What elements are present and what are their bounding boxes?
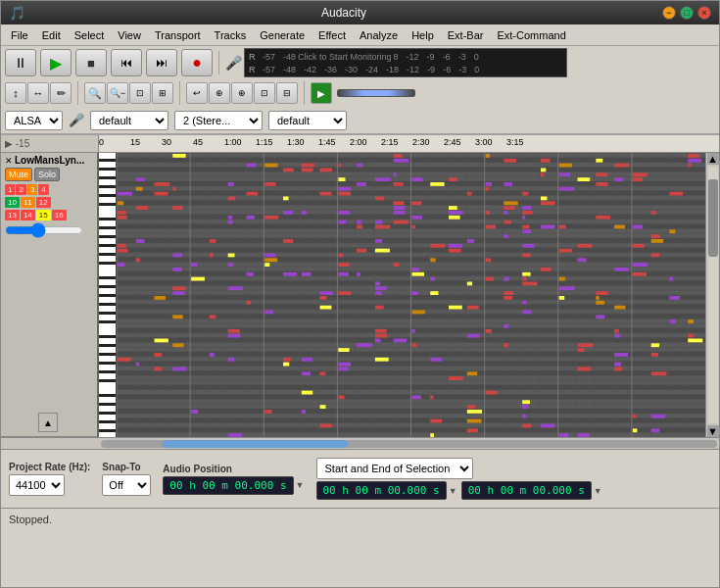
scroll-down-arrow[interactable]: ▼ <box>707 425 719 437</box>
selection-positions: 00 h 00 m 00.000 s ▼ 00 h 00 m 00.000 s … <box>316 481 602 500</box>
scroll-up-arrow[interactable]: ▲ <box>707 153 719 165</box>
position3-down-arrow[interactable]: ▼ <box>594 486 602 496</box>
stop-button[interactable]: ■ <box>75 49 107 76</box>
menu-analyze[interactable]: Analyze <box>354 27 404 43</box>
midi-note-canvas[interactable] <box>117 153 705 437</box>
record-button[interactable]: ● <box>181 49 213 76</box>
tool-extra-2[interactable]: ⊕ <box>209 82 230 104</box>
scroll-up-button[interactable]: ▲ <box>38 413 58 432</box>
project-rate-select[interactable]: 44100 22050 48000 <box>9 474 65 496</box>
menu-generate[interactable]: Generate <box>254 27 311 43</box>
channel-btn-4[interactable]: 4 <box>38 184 48 195</box>
tool-extra-4[interactable]: ⊡ <box>254 82 275 104</box>
status-bar: Stopped. <box>1 508 719 529</box>
tool-extra-3[interactable]: ⊕ <box>231 82 253 104</box>
main-content-area: ✕ LowMansLyn... Mute Solo 1 2 3 4 10 11 … <box>1 153 719 437</box>
audio-position-display: 00 h 00 m 00.000 s ▼ <box>163 476 304 495</box>
channel-btn-13[interactable]: 13 <box>5 210 20 220</box>
snap-to-label: Snap-To <box>102 462 151 472</box>
menu-edit[interactable]: Edit <box>36 27 67 43</box>
draw-tool-button[interactable]: ✏ <box>50 82 72 104</box>
project-rate-control: 44100 22050 48000 <box>9 474 90 496</box>
scroll-thumb[interactable] <box>708 179 718 257</box>
audio-position-group: Audio Position 00 h 00 m 00.000 s ▼ <box>163 464 304 495</box>
tools-divider-1 <box>77 81 78 105</box>
transport-toolbar: ⏸ ▶ ■ ⏮ ⏭ ● 🎤 R -57-48 <box>1 46 719 79</box>
minimize-button[interactable]: − <box>662 6 676 20</box>
output-device-select[interactable]: default <box>268 111 347 130</box>
snap-to-select[interactable]: Off On <box>102 474 151 496</box>
playback-tool-1[interactable]: ▶ <box>311 82 332 104</box>
track-volume-slider[interactable] <box>5 224 83 236</box>
maximize-button[interactable]: □ <box>680 6 694 20</box>
mute-button[interactable]: Mute <box>5 168 32 181</box>
ruler-mark-300: 3:00 <box>475 137 493 147</box>
ruler-indicator: ▶ -15 <box>5 138 29 149</box>
playback-slider[interactable] <box>337 89 415 97</box>
tool-extra-5[interactable]: ⊟ <box>276 82 298 104</box>
channel-btn-15[interactable]: 15 <box>36 210 51 220</box>
skip-back-button[interactable]: ⏮ <box>111 49 142 76</box>
channel-btn-14[interactable]: 14 <box>21 210 35 220</box>
position-lcd-1: 00 h 00 m 00.000 s <box>163 476 293 495</box>
ruler-scale[interactable]: 0 15 30 45 1:00 1:15 1:30 1:45 2:00 2:15… <box>99 135 719 152</box>
zoom-in-button[interactable]: 🔍 <box>84 82 106 104</box>
channel-btn-2[interactable]: 2 <box>16 184 25 195</box>
channel-btn-12[interactable]: 12 <box>36 197 51 208</box>
midi-channel-buttons: 1 2 3 4 <box>5 184 93 195</box>
audio-host-select[interactable]: ALSA <box>5 111 63 130</box>
input-device-select[interactable]: default <box>90 111 168 130</box>
menu-bar: File Edit Select View Transport Tracks G… <box>1 24 719 46</box>
mic-icon[interactable]: 🎤 <box>225 55 242 71</box>
channel-btn-1[interactable]: 1 <box>5 184 15 195</box>
channel-btn-11[interactable]: 11 <box>21 197 35 208</box>
channel-btn-16[interactable]: 16 <box>52 210 67 220</box>
play-button[interactable]: ▶ <box>40 49 72 76</box>
menu-view[interactable]: View <box>112 27 147 43</box>
zoom-select-button[interactable]: ⊞ <box>152 82 173 104</box>
menu-help[interactable]: Help <box>406 27 440 43</box>
playback-tools: ▶ <box>311 82 419 104</box>
timeline-ruler: ▶ -15 0 15 30 45 1:00 1:15 1:30 1:45 2:0… <box>1 135 719 153</box>
tool-extra-1[interactable]: ↩ <box>186 82 208 104</box>
toolbar-divider-1 <box>218 51 219 74</box>
zoom-fit-button[interactable]: ⊡ <box>129 82 151 104</box>
vertical-scrollbar[interactable]: ▲ ▼ <box>705 153 719 437</box>
selection-type-select[interactable]: Start and End of Selection Start and Len… <box>316 458 473 479</box>
menu-file[interactable]: File <box>5 27 34 43</box>
midi-area <box>99 153 705 437</box>
ruler-mark-45: 45 <box>193 137 203 147</box>
solo-button[interactable]: Solo <box>34 168 60 181</box>
vu-scale-bottom: -57-48-42-36-30-24-18-12-9-6-30 <box>263 65 479 74</box>
audio-position-label: Audio Position <box>163 464 304 474</box>
channel-btn-10[interactable]: 10 <box>5 197 20 208</box>
vu-scale-right: 8-12-9-6-30 <box>394 52 479 62</box>
position-down-arrow[interactable]: ▼ <box>296 480 305 490</box>
pause-button[interactable]: ⏸ <box>5 49 36 76</box>
track-close-button[interactable]: ✕ <box>5 156 13 166</box>
select-tool-button[interactable]: ↕ <box>5 82 26 104</box>
menu-extcommand[interactable]: Ext-Command <box>491 27 571 43</box>
track-name: LowMansLyn... <box>15 155 84 166</box>
channel-btn-3[interactable]: 3 <box>27 184 37 195</box>
horizontal-scrollbar[interactable] <box>1 437 719 449</box>
tools-divider-2 <box>179 81 180 105</box>
menu-select[interactable]: Select <box>69 27 111 43</box>
close-button[interactable]: × <box>697 6 711 20</box>
menu-effect[interactable]: Effect <box>312 27 352 43</box>
skip-forward-button[interactable]: ⏭ <box>146 49 177 76</box>
midi-channel-buttons-2: 10 11 12 <box>5 197 93 208</box>
menu-transport[interactable]: Transport <box>149 27 207 43</box>
scroll-track <box>708 167 718 423</box>
menu-extbar[interactable]: Ext-Bar <box>442 27 490 43</box>
snap-to-group: Snap-To Off On <box>102 462 151 496</box>
position2-down-arrow[interactable]: ▼ <box>449 486 457 496</box>
scrollbar-thumb[interactable] <box>163 440 348 448</box>
position-lcd-3: 00 h 00 m 00.000 s <box>461 481 592 500</box>
channels-select[interactable]: 2 (Stere... <box>174 111 263 130</box>
zoom-out-button[interactable]: 🔍− <box>107 82 128 104</box>
vu-click-text[interactable]: Click to Start Monitoring <box>298 52 392 62</box>
menu-tracks[interactable]: Tracks <box>209 27 253 43</box>
envelope-tool-button[interactable]: ↔ <box>27 82 49 104</box>
tools-divider-3 <box>304 81 305 105</box>
